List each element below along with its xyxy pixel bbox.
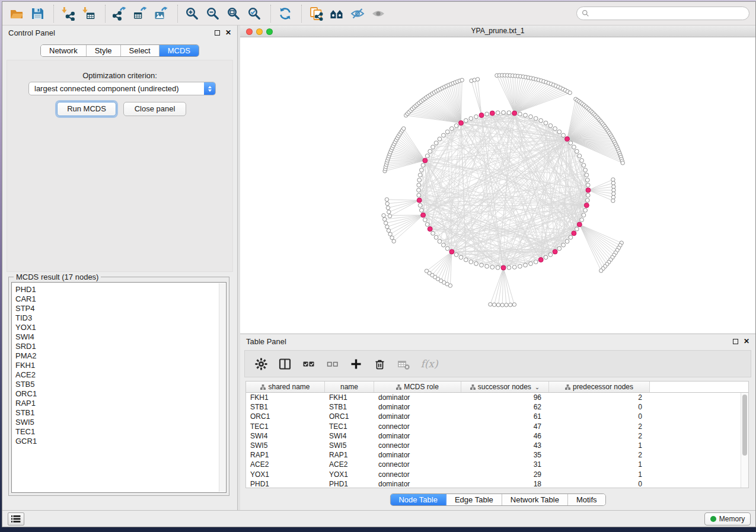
table-row[interactable]: SWI5SWI5connector431 <box>246 441 748 450</box>
function-builder-button[interactable]: f(x) <box>419 356 439 371</box>
mcds-node[interactable] <box>449 249 454 254</box>
mcds-node[interactable] <box>417 198 422 203</box>
network-node[interactable] <box>496 265 500 270</box>
network-node[interactable] <box>575 149 579 153</box>
mcds-result-item[interactable]: ORC1 <box>15 389 226 399</box>
table-row[interactable]: ORC1ORC1dominator610 <box>246 412 748 421</box>
float-table-panel-icon[interactable] <box>733 339 738 344</box>
network-node[interactable] <box>580 159 584 163</box>
network-node[interactable] <box>568 91 572 94</box>
network-node[interactable] <box>492 303 496 306</box>
network-node[interactable] <box>464 258 468 262</box>
mcds-node[interactable] <box>490 111 495 116</box>
network-node[interactable] <box>450 127 454 131</box>
column-header-predecessor-nodes[interactable]: predecessor nodes <box>549 382 650 392</box>
network-node[interactable] <box>507 265 511 270</box>
run-mcds-button[interactable]: Run MCDS <box>57 102 116 116</box>
network-node[interactable] <box>529 115 533 119</box>
network-node[interactable] <box>387 229 390 232</box>
network-node[interactable] <box>390 236 394 239</box>
network-node[interactable] <box>445 246 449 251</box>
tab-style[interactable]: Style <box>87 45 121 56</box>
export-network-button[interactable] <box>110 4 129 23</box>
column-header-name[interactable]: name <box>325 382 374 392</box>
search-input[interactable] <box>589 9 749 18</box>
network-node[interactable] <box>575 227 579 231</box>
network-node[interactable] <box>548 124 553 128</box>
table-row[interactable]: TEC1TEC1connector472 <box>246 422 748 431</box>
mcds-result-item[interactable]: YOX1 <box>15 323 226 332</box>
network-node[interactable] <box>496 111 500 115</box>
network-node[interactable] <box>562 133 566 137</box>
network-node[interactable] <box>425 269 428 273</box>
mcds-node[interactable] <box>501 265 506 270</box>
column-header-successor-nodes[interactable]: successor nodes⌄ <box>461 382 549 392</box>
mcds-node[interactable] <box>428 227 432 232</box>
network-node[interactable] <box>485 112 489 116</box>
network-node[interactable] <box>611 181 615 185</box>
tab-network-table[interactable]: Network Table <box>502 494 568 505</box>
zoom-fit-button[interactable] <box>224 4 243 23</box>
table-row[interactable]: RAP1RAP1dominator352 <box>246 450 748 460</box>
network-node[interactable] <box>442 243 446 247</box>
table-row[interactable]: YOX1YOX1connector291 <box>246 470 748 479</box>
network-node[interactable] <box>544 255 548 259</box>
network-window-titlebar[interactable]: YPA_prune.txt_1 <box>240 25 755 37</box>
network-node[interactable] <box>500 303 504 307</box>
zoom-in-button[interactable] <box>183 4 202 23</box>
network-node[interactable] <box>438 239 442 243</box>
network-node[interactable] <box>384 221 388 225</box>
network-node[interactable] <box>385 225 389 229</box>
network-node[interactable] <box>512 265 516 270</box>
network-node[interactable] <box>434 141 438 145</box>
network-node[interactable] <box>496 303 500 307</box>
network-node[interactable] <box>586 183 590 187</box>
task-history-button[interactable] <box>8 512 24 525</box>
mcds-result-item[interactable]: SWI4 <box>15 332 226 342</box>
network-node[interactable] <box>562 243 566 247</box>
open-file-button[interactable] <box>7 4 26 23</box>
mcds-result-item[interactable]: GCR1 <box>15 437 226 446</box>
network-node[interactable] <box>572 145 576 149</box>
network-node[interactable] <box>469 117 473 121</box>
network-node[interactable] <box>385 202 389 206</box>
mcds-result-item[interactable]: TEC1 <box>15 427 226 437</box>
mcds-node[interactable] <box>479 113 484 118</box>
optimization-criterion-select[interactable]: largest connected component (undirected) <box>28 82 216 95</box>
zoom-selected-button[interactable] <box>245 4 264 23</box>
tab-edge-table[interactable]: Edge Table <box>446 494 502 505</box>
network-node[interactable] <box>382 214 385 217</box>
delete-table-button[interactable] <box>395 356 411 371</box>
network-node[interactable] <box>459 255 463 259</box>
network-node[interactable] <box>438 137 442 141</box>
add-column-button[interactable] <box>348 356 363 371</box>
network-node[interactable] <box>388 232 392 236</box>
tab-mcds[interactable]: MCDS <box>160 45 199 56</box>
network-node[interactable] <box>420 209 424 213</box>
network-node[interactable] <box>469 260 473 264</box>
network-node[interactable] <box>565 239 569 243</box>
network-node[interactable] <box>402 127 406 130</box>
network-node[interactable] <box>423 218 428 222</box>
network-node[interactable] <box>583 209 588 213</box>
mcds-node[interactable] <box>421 213 426 217</box>
network-node[interactable] <box>509 303 512 306</box>
float-panel-icon[interactable] <box>215 30 220 36</box>
mcds-node[interactable] <box>577 222 582 227</box>
mcds-node[interactable] <box>584 203 589 208</box>
network-node[interactable] <box>434 235 438 239</box>
close-panel-icon[interactable]: ✕ <box>225 29 231 36</box>
network-node[interactable] <box>512 303 516 306</box>
network-node[interactable] <box>524 113 528 117</box>
network-node[interactable] <box>518 112 522 116</box>
network-node[interactable] <box>518 264 522 268</box>
column-header-shared-name[interactable]: shared name <box>246 382 325 392</box>
network-node[interactable] <box>578 154 582 158</box>
table-row[interactable]: ACE2ACE2connector311 <box>246 460 748 469</box>
network-node[interactable] <box>417 193 421 197</box>
show-columns-button[interactable] <box>277 356 292 371</box>
mcds-node[interactable] <box>423 158 428 163</box>
network-node[interactable] <box>534 117 538 121</box>
network-node[interactable] <box>507 111 511 115</box>
network-node[interactable] <box>553 127 557 131</box>
